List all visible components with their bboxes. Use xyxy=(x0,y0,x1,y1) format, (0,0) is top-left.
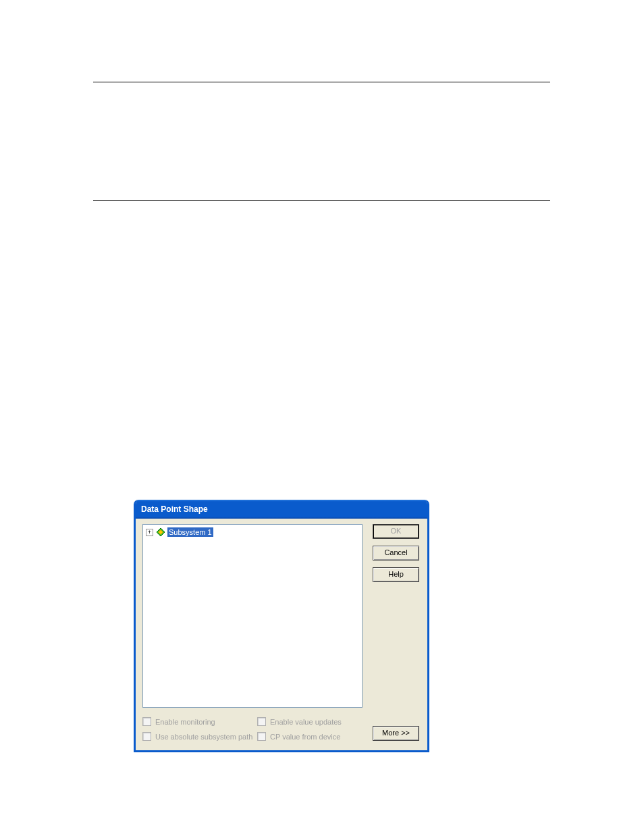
subsystem-diamond-icon xyxy=(156,527,165,537)
use-absolute-path-checkbox[interactable] xyxy=(142,732,151,741)
subsystem-tree[interactable]: + Subsystem 1 xyxy=(142,524,363,708)
enable-value-updates-checkbox-row: Enable value updates xyxy=(257,717,342,726)
more-button[interactable]: More >> xyxy=(373,726,419,741)
horizontal-rule xyxy=(93,200,550,201)
enable-value-updates-label: Enable value updates xyxy=(270,718,342,726)
ok-button[interactable]: OK xyxy=(373,524,419,539)
cancel-button[interactable]: Cancel xyxy=(373,546,419,561)
use-absolute-path-label: Use absolute subsystem path xyxy=(155,733,252,741)
dialog-title: Data Point Shape xyxy=(141,504,208,514)
enable-monitoring-checkbox[interactable] xyxy=(142,717,151,726)
cp-value-from-device-checkbox-row: CP value from device xyxy=(257,732,340,741)
tree-row[interactable]: + Subsystem 1 xyxy=(146,527,359,538)
enable-value-updates-checkbox[interactable] xyxy=(257,717,266,726)
enable-monitoring-checkbox-row: Enable monitoring xyxy=(142,717,215,726)
enable-monitoring-label: Enable monitoring xyxy=(155,718,215,726)
use-absolute-path-checkbox-row: Use absolute subsystem path xyxy=(142,732,252,741)
cp-value-from-device-checkbox[interactable] xyxy=(257,732,266,741)
dialog-titlebar[interactable]: Data Point Shape xyxy=(136,500,427,519)
dialog-body: + Subsystem 1 OK Cancel Help More >> Ena… xyxy=(136,519,427,750)
cp-value-from-device-label: CP value from device xyxy=(270,733,340,741)
data-point-shape-dialog: Data Point Shape + Subsystem 1 OK Cancel… xyxy=(134,500,429,752)
horizontal-rule xyxy=(93,82,550,82)
help-button[interactable]: Help xyxy=(373,567,419,582)
tree-expander-icon[interactable]: + xyxy=(146,529,153,536)
tree-item-label[interactable]: Subsystem 1 xyxy=(167,527,213,537)
